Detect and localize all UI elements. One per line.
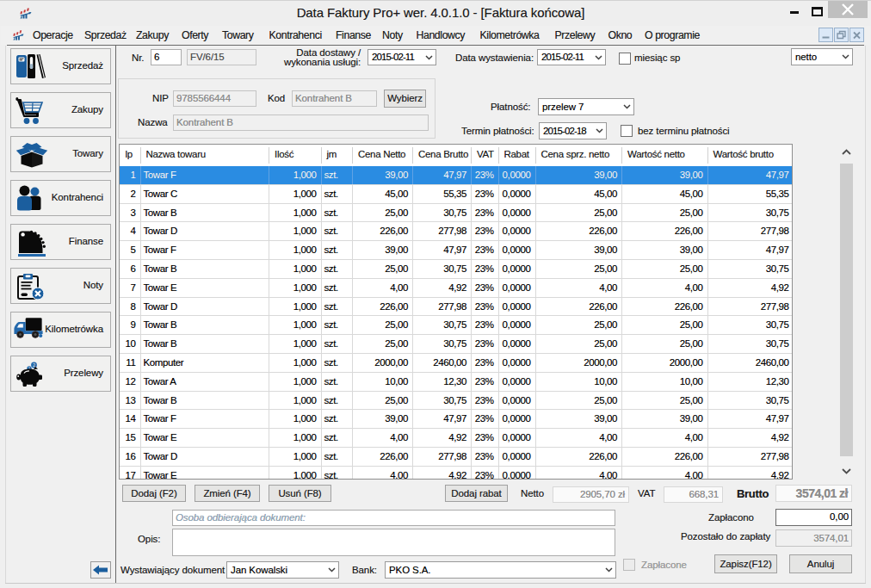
svg-text:2: 2 <box>33 362 35 368</box>
